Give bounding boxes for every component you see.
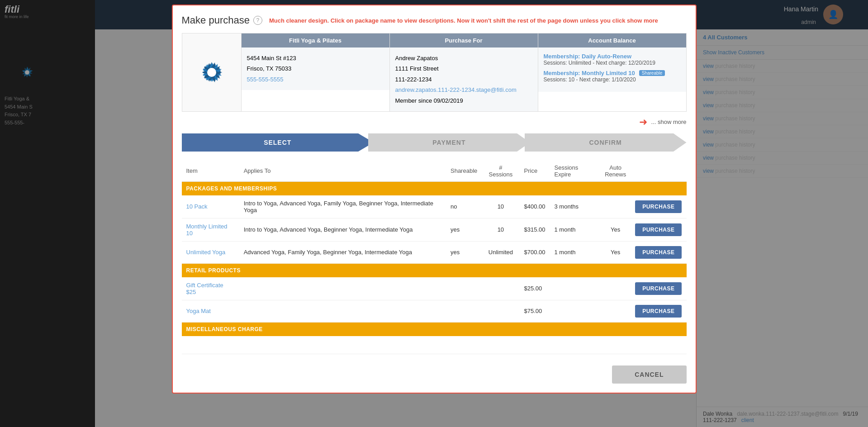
purchase-unlimited-button[interactable]: PURCHASE [635,246,682,259]
table-row: Gift Certificate $25 $25.00 PURCHASE [182,277,687,300]
arrow-right-icon: ➜ [639,116,647,128]
membership2-title[interactable]: Membership: Monthly Limited 10 [544,70,635,76]
expires-10pack: 3 months [550,195,601,218]
make-purchase-modal: Make purchase ? Much cleaner design. Cli… [172,5,697,394]
customer-name: Andrew Zapatos [395,53,532,63]
purchase-mat-button[interactable]: PURCHASE [635,305,682,318]
autorenew-mat [600,300,631,322]
applies-to-monthly: Intro to Yoga, Advanced Yoga, Beginner Y… [239,218,446,241]
purchase-10pack-button[interactable]: PURCHASE [635,200,682,213]
purchase-for-card: Purchase For Andrew Zapatos 1111 First S… [389,33,538,111]
step-select[interactable]: SELECT [182,133,374,152]
sessions-10pack: 10 [482,195,519,218]
shareable-gift [446,277,482,300]
col-price: Price [520,161,550,182]
shareable-10pack: no [446,195,482,218]
applies-to-10pack: Intro to Yoga, Advanced Yoga, Family Yog… [239,195,446,218]
col-item: Item [182,161,239,182]
modal-overlay: Make purchase ? Much cleaner design. Cli… [0,0,868,427]
item-monthly-limited-link[interactable]: Monthly Limited 10 [186,223,228,237]
customer-phone: 111-222-1234 [395,74,532,85]
cancel-button[interactable]: CANCEL [612,365,686,384]
account-balance-header: Account Balance [538,33,686,47]
customer-email-link[interactable]: andrew.zapatos.111-222-1234.stage@fitli.… [395,86,517,93]
expires-unlimited: 1 month [550,241,601,263]
shareable-badge: Shareable [639,70,665,76]
info-cards: Fitli Yoga & Pilates 5454 Main St #123 F… [182,33,687,112]
expires-gift [550,277,601,300]
modal-title-text: Make purchase [182,14,250,26]
purchase-for-body: Andrew Zapatos 1111 First Street 111-222… [390,47,538,111]
autorenew-monthly: Yes [600,218,631,241]
business-phone-link[interactable]: 555-555-5555 [247,76,284,83]
price-unlimited: $700.00 [520,241,550,263]
business-card-header: Fitli Yoga & Pilates [242,33,389,47]
shareable-mat [446,300,482,322]
price-10pack: $400.00 [520,195,550,218]
expires-mat [550,300,601,322]
col-applies-to: Applies To [239,161,446,182]
membership1-title[interactable]: Membership: Daily Auto-Renew [544,53,681,60]
col-shareable: Shareable [446,161,482,182]
item-10pack-link[interactable]: 10 Pack [186,203,208,210]
purchase-gift-cell: PURCHASE [631,277,686,300]
purchase-mat-cell: PURCHASE [631,300,686,322]
customer-member-since: Member since 09/02/2019 [395,95,532,106]
autorenew-10pack [600,195,631,218]
expires-monthly: 1 month [550,218,601,241]
purchase-gift-button[interactable]: PURCHASE [635,282,682,295]
account-balance-card: Account Balance Membership: Daily Auto-R… [538,33,686,111]
col-sessions: # Sessions [482,161,519,182]
table-row: 10 Pack Intro to Yoga, Advanced Yoga, Fa… [182,195,687,218]
sessions-mat [482,300,519,322]
show-more-row: ➜ ... show more [182,116,687,128]
modal-notice: Much cleaner design. Click on package na… [269,17,658,24]
step-confirm[interactable]: CONFIRM [525,133,687,152]
business-logo [182,33,241,111]
show-more-link[interactable]: ... show more [651,119,686,125]
purchase-monthly-button[interactable]: PURCHASE [635,223,682,236]
svg-point-14 [207,68,216,77]
section-misc: MISCELLANEOUS CHARGE [182,322,687,336]
col-action [631,161,686,182]
applies-to-mat [239,300,446,322]
col-auto-renews: AutoRenews [600,161,631,182]
autorenew-gift [600,277,631,300]
table-row: Monthly Limited 10 Intro to Yoga, Advanc… [182,218,687,241]
item-gift-cert-link[interactable]: Gift Certificate $25 [186,282,223,295]
autorenew-unlimited: Yes [600,241,631,263]
price-gift: $25.00 [520,277,550,300]
table-header: Item Applies To Shareable # Sessions Pri… [182,161,687,182]
membership1-detail: Sessions: Unlimited - Next charge: 12/20… [544,60,681,66]
applies-to-gift [239,277,446,300]
modal-title-group: Make purchase ? [182,14,262,26]
price-monthly: $315.00 [520,218,550,241]
business-card-body: 5454 Main St #123 Frisco, TX 75033 555-5… [242,47,389,90]
section-packages: PACKAGES AND MEMBERSHIPS [182,181,687,195]
applies-to-unlimited: Advanced Yoga, Family Yoga, Beginner Yog… [239,241,446,263]
table-row: Yoga Mat $75.00 PURCHASE [182,300,687,322]
sessions-monthly: 10 [482,218,519,241]
item-unlimited-yoga-link[interactable]: Unlimited Yoga [186,249,226,256]
business-info-card: Fitli Yoga & Pilates 5454 Main St #123 F… [241,33,389,111]
section-retail: RETAIL PRODUCTS [182,263,687,277]
sessions-unlimited: Unlimited [482,241,519,263]
help-icon[interactable]: ? [253,16,262,25]
col-sessions-expire: Sessions Expire [550,161,601,182]
shareable-monthly: yes [446,218,482,241]
customer-address: 1111 First Street [395,63,532,74]
purchase-monthly-cell: PURCHASE [631,218,686,241]
table-row-misc-empty [182,336,687,354]
purchase-unlimited-cell: PURCHASE [631,241,686,263]
business-address1: 5454 Main St #123 [247,53,384,63]
step-payment[interactable]: PAYMENT [368,133,530,152]
purchase-for-header: Purchase For [390,33,538,47]
item-yoga-mat-link[interactable]: Yoga Mat [186,308,211,314]
sessions-gift [482,277,519,300]
price-mat: $75.00 [520,300,550,322]
modal-footer: CANCEL [182,359,687,384]
account-balance-body: Membership: Daily Auto-Renew Sessions: U… [538,47,686,92]
business-address2: Frisco, TX 75033 [247,63,384,74]
table-row: Unlimited Yoga Advanced Yoga, Family Yog… [182,241,687,263]
steps-bar: SELECT PAYMENT CONFIRM [182,133,687,152]
